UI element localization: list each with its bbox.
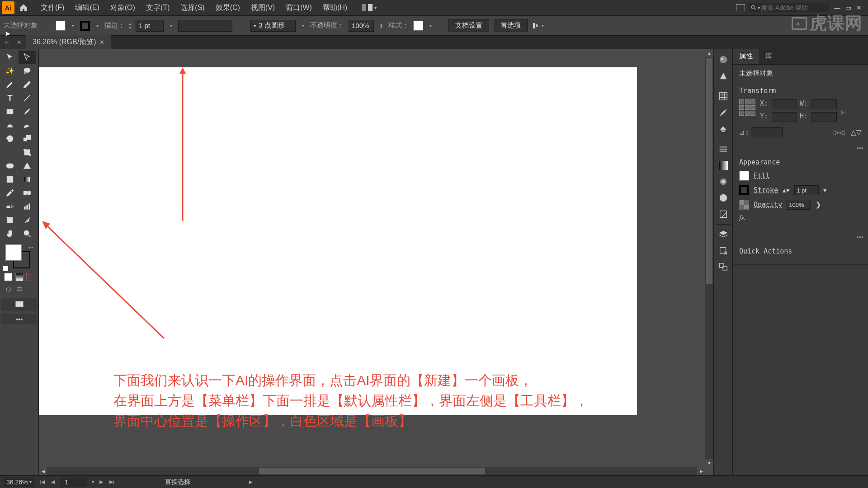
minimize-icon[interactable]: — xyxy=(832,3,843,12)
appearance-panel-icon[interactable] xyxy=(716,190,731,206)
angle-input[interactable] xyxy=(751,127,783,137)
brush-definition[interactable]: •3 点圆形 xyxy=(250,20,296,32)
stroke-weight-dropdown-icon[interactable]: ▾ xyxy=(168,23,174,28)
style-dropdown-icon[interactable]: ▾ xyxy=(428,23,433,28)
magic-wand-tool[interactable]: ✨ xyxy=(1,64,19,78)
eyedropper-tool[interactable] xyxy=(1,186,19,200)
x-input[interactable] xyxy=(772,99,797,109)
scroll-right-icon[interactable]: ▶ xyxy=(697,467,705,475)
type-tool[interactable]: T xyxy=(1,91,19,105)
color-guide-panel-icon[interactable] xyxy=(716,68,731,84)
fill-color-swatch[interactable] xyxy=(5,244,22,261)
appearance-fill-swatch[interactable] xyxy=(739,171,749,181)
symbol-sprayer-tool[interactable] xyxy=(1,200,19,213)
menu-help[interactable]: 帮助(H) xyxy=(317,1,353,14)
pen-tool[interactable] xyxy=(1,78,19,91)
first-artboard-icon[interactable]: |◀ xyxy=(39,479,46,485)
color-panel-icon[interactable] xyxy=(716,52,731,67)
last-artboard-icon[interactable]: ▶| xyxy=(108,479,115,485)
gradient-tool[interactable] xyxy=(19,173,36,186)
arrange-documents-icon[interactable] xyxy=(736,4,745,11)
scroll-down-icon[interactable]: ▼ xyxy=(705,459,713,467)
graphic-styles-panel-icon[interactable] xyxy=(716,206,731,222)
menu-view[interactable]: 视图(V) xyxy=(245,1,280,14)
default-fill-stroke-icon[interactable] xyxy=(3,266,8,271)
edit-toolbar-icon[interactable]: ••• xyxy=(1,314,37,324)
appearance-stroke-swatch[interactable] xyxy=(739,185,749,195)
fill-swatch[interactable] xyxy=(56,21,66,31)
selection-tool[interactable] xyxy=(1,51,19,64)
search-input[interactable] xyxy=(761,4,820,11)
gradient-panel-icon[interactable] xyxy=(716,158,731,173)
layers-panel-icon[interactable] xyxy=(716,227,731,242)
appearance-stroke-stepper[interactable]: ▴▾ xyxy=(783,186,790,194)
tab-libraries[interactable]: 库 xyxy=(759,49,778,64)
rectangle-tool[interactable] xyxy=(1,105,19,118)
draw-behind-icon[interactable] xyxy=(16,286,23,294)
appearance-stroke-dropdown-icon[interactable]: ▾ xyxy=(823,186,827,194)
transparency-panel-icon[interactable] xyxy=(716,174,731,189)
maximize-icon[interactable]: ▭ xyxy=(843,3,854,12)
shaper-tool[interactable] xyxy=(1,118,19,132)
rotate-tool[interactable] xyxy=(1,132,19,145)
scale-tool[interactable] xyxy=(19,132,36,145)
menu-select[interactable]: 选择(S) xyxy=(175,1,210,14)
direct-selection-tool[interactable] xyxy=(19,51,36,64)
home-icon[interactable] xyxy=(17,1,30,14)
column-graph-tool[interactable] xyxy=(19,200,36,213)
workspace-switcher-icon[interactable]: ▾ xyxy=(362,4,377,11)
tab-properties[interactable]: 属性 xyxy=(733,49,759,64)
zoom-tool[interactable] xyxy=(19,227,36,240)
scroll-thumb-v[interactable] xyxy=(706,58,712,284)
tab-pre-control[interactable]: ≪✕ xyxy=(0,36,26,49)
fx-label[interactable]: fx. xyxy=(739,214,746,222)
line-segment-tool[interactable] xyxy=(19,91,36,105)
appearance-stroke-input[interactable] xyxy=(794,185,819,195)
search-help-box[interactable]: ▾ xyxy=(748,3,829,12)
gradient-mode-icon[interactable] xyxy=(15,273,24,281)
stroke-stepper[interactable]: ▴▾ xyxy=(129,22,131,30)
menu-type[interactable]: 文字(T) xyxy=(141,1,175,14)
zoom-level-combo[interactable]: 36.26%▾ xyxy=(4,478,34,487)
close-tab-icon[interactable]: ✕ xyxy=(99,39,104,46)
transform-more-icon[interactable]: ••• xyxy=(733,142,868,154)
menu-edit[interactable]: 编辑(E) xyxy=(70,1,104,14)
reference-point-picker[interactable] xyxy=(739,99,755,116)
menu-object[interactable]: 对象(O) xyxy=(105,1,141,14)
lasso-tool[interactable] xyxy=(19,64,36,78)
flip-vertical-icon[interactable]: △▽ xyxy=(851,128,862,136)
close-icon[interactable]: ✕ xyxy=(854,3,864,12)
appearance-fill-label[interactable]: Fill xyxy=(754,172,770,180)
align-icon[interactable]: ▾ xyxy=(532,22,544,30)
swatches-panel-icon[interactable] xyxy=(716,89,731,104)
graphic-style-swatch[interactable] xyxy=(413,21,423,31)
width-tool[interactable] xyxy=(1,145,19,159)
blend-tool[interactable] xyxy=(19,186,36,200)
menu-effect[interactable]: 效果(C) xyxy=(210,1,245,14)
vertical-scrollbar[interactable]: ▲ ▼ xyxy=(705,49,713,467)
draw-normal-icon[interactable] xyxy=(5,286,12,294)
artboard-dropdown-icon[interactable]: ▾ xyxy=(92,479,94,484)
swap-fill-stroke-icon[interactable]: ⤺ xyxy=(28,244,33,251)
scroll-thumb-h[interactable] xyxy=(259,468,485,474)
shape-builder-tool[interactable] xyxy=(1,159,19,173)
stroke-panel-icon[interactable] xyxy=(716,141,731,157)
artboard-tool[interactable] xyxy=(1,213,19,227)
status-menu-icon[interactable]: ▶ xyxy=(249,479,253,484)
scroll-up-icon[interactable]: ▲ xyxy=(705,49,713,57)
mesh-tool[interactable] xyxy=(1,173,19,186)
asset-export-panel-icon[interactable] xyxy=(716,243,731,258)
stroke-dropdown-icon[interactable]: ▾ xyxy=(94,23,100,28)
opacity-input[interactable]: 100% xyxy=(349,20,374,32)
brushes-panel-icon[interactable] xyxy=(716,105,731,120)
curvature-tool[interactable] xyxy=(19,78,36,91)
menu-window[interactable]: 窗口(W) xyxy=(280,1,317,14)
menu-file[interactable]: 文件(F) xyxy=(35,1,70,14)
appearance-more-icon[interactable]: ••• xyxy=(733,231,868,243)
h-input[interactable] xyxy=(811,112,837,122)
screen-mode-icon[interactable] xyxy=(1,298,37,311)
variable-width-profile[interactable] xyxy=(178,20,232,32)
flip-horizontal-icon[interactable]: ▷◁ xyxy=(834,128,844,136)
eraser-tool[interactable] xyxy=(19,118,36,132)
symbols-panel-icon[interactable]: ♣ xyxy=(716,121,731,136)
